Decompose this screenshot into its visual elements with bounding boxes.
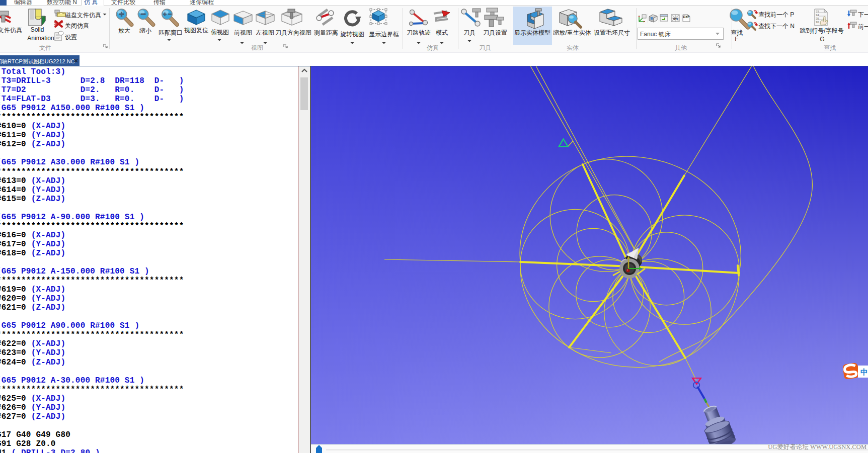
svg-text:中: 中 — [860, 368, 868, 376]
svg-text:34: 34 — [816, 14, 819, 17]
svg-text:33: 33 — [816, 10, 819, 13]
svg-text:DXF: DXF — [683, 15, 690, 19]
svg-text:STL: STL — [673, 18, 679, 21]
svg-text:36: 36 — [816, 21, 819, 24]
svg-text:35: 35 — [816, 17, 819, 20]
